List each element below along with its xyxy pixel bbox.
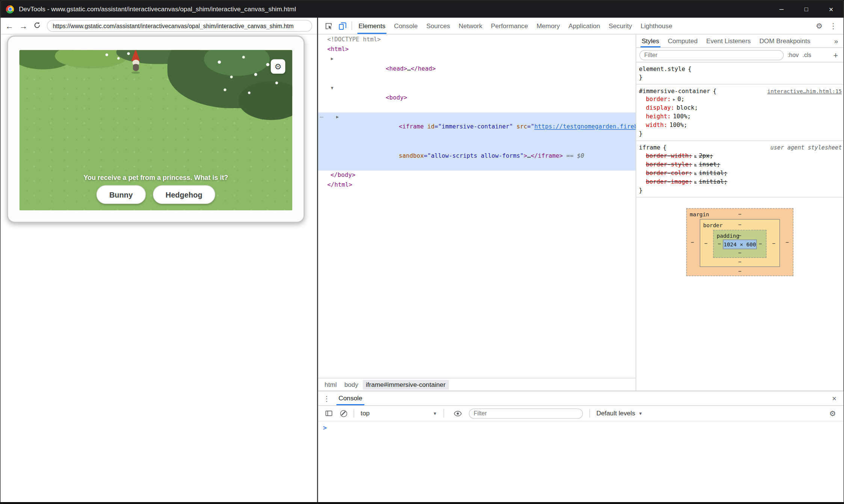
tab-event-listeners[interactable]: Event Listeners	[702, 35, 755, 47]
crumb-body[interactable]: body	[341, 380, 361, 389]
styles-rules: element.style{ } interactive…him.html:15…	[636, 62, 844, 391]
console-output[interactable]: >	[318, 421, 844, 502]
tab-elements[interactable]: Elements	[354, 18, 390, 34]
node-menu-dots-icon[interactable]: ⋯	[320, 112, 323, 122]
css-property[interactable]: width:100%;	[636, 121, 844, 130]
dom-head[interactable]: ▶<head>…</head>	[318, 54, 636, 83]
tab-memory[interactable]: Memory	[532, 18, 564, 34]
clear-console-icon[interactable]	[340, 410, 347, 417]
expand-arrow-icon[interactable]: ▶	[329, 54, 335, 64]
selector-immersive-container: #immersive-container	[639, 88, 710, 95]
main-area: ← →	[0, 18, 843, 502]
hedgehog-button[interactable]: Hedgehog	[152, 185, 215, 204]
execution-context-select[interactable]: top ▼	[361, 410, 437, 417]
rule-element-style: element.style{ }	[636, 62, 844, 85]
crumb-html[interactable]: html	[322, 380, 340, 389]
dom-html-open[interactable]: <html>	[318, 45, 636, 54]
css-property-overridden[interactable]: border-image:▶initial;	[636, 178, 844, 186]
expand-shorthand-icon[interactable]: ▶	[673, 97, 675, 101]
elements-panel: <!DOCTYPE html> <html> ▶<head>…</head> ▼…	[318, 35, 636, 391]
css-property-overridden[interactable]: border-style:▶inset;	[636, 160, 844, 169]
devtools-window: DevTools - www.gstatic.com/assistant/int…	[0, 0, 844, 504]
preview-canvas: ⚙ You receive a pet from a princess. Wha…	[0, 35, 317, 502]
log-levels-select[interactable]: Default levels ▼	[596, 410, 643, 417]
selector-element-style: element.style	[639, 66, 685, 73]
inspect-element-icon[interactable]	[322, 19, 335, 33]
title-bar: DevTools - www.gstatic.com/assistant/int…	[0, 0, 843, 18]
user-agent-stylesheet-label: user agent stylesheet	[770, 144, 842, 152]
css-property[interactable]: border:▶0;	[636, 95, 844, 104]
console-filter-input[interactable]	[469, 408, 583, 418]
css-property[interactable]: display:block;	[636, 104, 844, 113]
tab-network[interactable]: Network	[454, 18, 487, 34]
expand-shorthand-icon[interactable]: ▶	[695, 171, 697, 175]
tab-styles[interactable]: Styles	[637, 35, 664, 47]
stylesheet-source-link[interactable]: interactive…him.html:15	[767, 87, 842, 95]
url-input[interactable]	[47, 20, 312, 32]
box-model-padding: padding − − − − 1024 × 600	[713, 230, 766, 258]
settings-gear-icon[interactable]: ⚙	[812, 19, 826, 33]
answer-choices: Bunny Hedgehog	[20, 185, 293, 204]
console-sidebar-icon[interactable]	[322, 406, 336, 420]
window-title: DevTools - www.gstatic.com/assistant/int…	[19, 5, 296, 13]
tab-console-drawer[interactable]: Console	[333, 391, 368, 405]
breadcrumb: html body iframe#immersive-container	[318, 378, 636, 391]
dollar-zero-hint: == $0	[563, 152, 584, 160]
tab-application[interactable]: Application	[564, 18, 604, 34]
dom-iframe-selected[interactable]: ⋯▶<iframe id="immersive-container" src="…	[318, 112, 636, 171]
minimize-button[interactable]: ─	[769, 0, 794, 18]
css-property[interactable]: height:100%;	[636, 112, 844, 121]
dom-body-close[interactable]: </body>	[318, 171, 636, 180]
game-settings-button[interactable]: ⚙	[271, 59, 285, 74]
tab-performance[interactable]: Performance	[487, 18, 532, 34]
dom-body-open[interactable]: ▼<body>	[318, 83, 636, 112]
drawer-kebab-icon[interactable]: ⋮	[320, 394, 333, 402]
close-drawer-icon[interactable]: ×	[827, 394, 841, 403]
dom-html-close[interactable]: </html>	[318, 180, 636, 190]
kebab-menu-icon[interactable]: ⋮	[826, 19, 840, 33]
styles-filter-bar: :hov .cls +	[636, 48, 844, 63]
tab-sources[interactable]: Sources	[422, 18, 454, 34]
dom-iframe-line2[interactable]: sandbox="allow-scripts allow-forms">…</i…	[318, 142, 636, 171]
gnome-body	[133, 64, 139, 71]
back-icon[interactable]: ←	[5, 22, 13, 30]
toggle-class-button[interactable]: .cls	[802, 52, 811, 58]
forward-icon[interactable]: →	[20, 22, 27, 30]
tab-security[interactable]: Security	[604, 18, 636, 34]
rule-iframe-ua: user agent stylesheet iframe{ border-wid…	[636, 141, 844, 197]
close-window-button[interactable]: ×	[819, 0, 844, 18]
tab-overflow-chevron-icon[interactable]: »	[830, 37, 842, 45]
expand-arrow-icon[interactable]: ▶	[335, 112, 340, 122]
expand-shorthand-icon[interactable]: ▶	[695, 180, 697, 184]
css-property-overridden[interactable]: border-color:▶initial;	[636, 169, 844, 178]
maximize-button[interactable]: □	[794, 0, 819, 18]
expand-shorthand-icon[interactable]: ▶	[695, 154, 697, 158]
styles-tab-bar: Styles Computed Event Listeners DOM Brea…	[636, 35, 844, 48]
refresh-icon[interactable]	[33, 21, 41, 30]
tab-lighthouse[interactable]: Lighthouse	[636, 18, 676, 34]
dom-iframe-line1[interactable]: ⋯▶<iframe id="immersive-container" src="…	[318, 112, 636, 141]
expand-shorthand-icon[interactable]: ▶	[695, 163, 697, 167]
console-settings-gear-icon[interactable]: ⚙	[826, 406, 839, 420]
css-property-overridden[interactable]: border-width:▶2px;	[636, 152, 844, 160]
tab-computed[interactable]: Computed	[663, 35, 702, 47]
white-flowers-middle	[100, 50, 134, 62]
device-frame: ⚙ You receive a pet from a princess. Wha…	[7, 36, 305, 223]
toggle-pseudo-button[interactable]: :hov	[787, 52, 799, 58]
crumb-iframe[interactable]: iframe#immersive-container	[362, 380, 448, 389]
chevron-down-icon: ▼	[433, 411, 437, 416]
dom-doctype[interactable]: <!DOCTYPE html>	[318, 35, 636, 45]
toolbar-separator	[352, 21, 352, 30]
devtools-body: <!DOCTYPE html> <html> ▶<head>…</head> ▼…	[318, 35, 844, 391]
iframe-src-link[interactable]: https://testgnomegarden.firebaseapp.com	[534, 123, 636, 130]
page-preview-pane: ← →	[0, 18, 317, 502]
styles-sidebar: Styles Computed Event Listeners DOM Brea…	[636, 35, 844, 391]
new-style-rule-button[interactable]: +	[831, 50, 840, 59]
tab-dom-breakpoints[interactable]: DOM Breakpoints	[755, 35, 815, 47]
bunny-button[interactable]: Bunny	[96, 185, 145, 204]
collapse-arrow-icon[interactable]: ▼	[329, 83, 335, 93]
styles-filter-input[interactable]	[639, 50, 784, 60]
device-toolbar-icon[interactable]	[335, 19, 349, 33]
tab-console[interactable]: Console	[390, 18, 422, 34]
live-expression-eye-icon[interactable]	[450, 406, 464, 420]
